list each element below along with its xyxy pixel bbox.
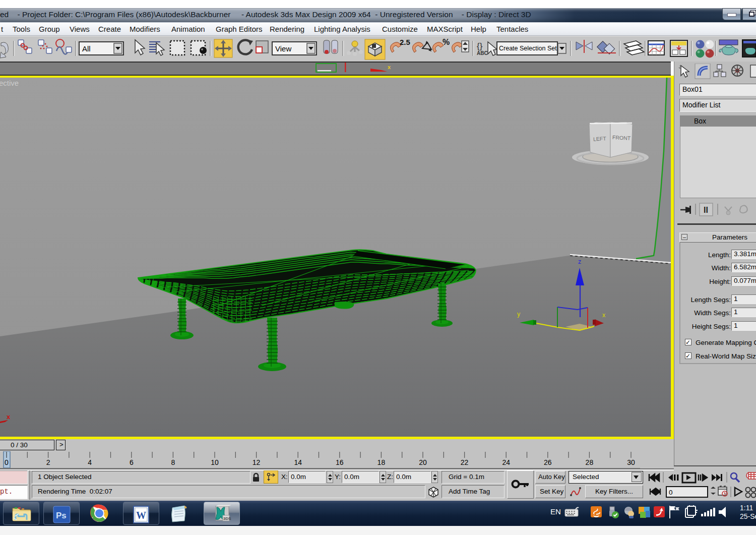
svg-text:10: 10	[211, 458, 219, 466]
svg-text:All: All	[82, 44, 91, 53]
svg-text:16: 16	[336, 458, 344, 466]
svg-text:6: 6	[130, 458, 134, 466]
svg-text:ABC: ABC	[477, 50, 488, 56]
svg-text:2.5: 2.5	[400, 38, 410, 46]
svg-text:z: z	[578, 258, 581, 265]
svg-text:24: 24	[502, 458, 510, 466]
svg-text:{}: {}	[477, 41, 483, 51]
svg-text:x: x	[602, 312, 606, 319]
svg-text:FRONT: FRONT	[612, 134, 631, 141]
svg-text:26: 26	[544, 458, 552, 466]
svg-text:20: 20	[419, 458, 427, 466]
svg-text:y: y	[517, 311, 521, 318]
svg-text:22: 22	[461, 458, 469, 466]
svg-text:14: 14	[294, 458, 302, 466]
svg-text:18: 18	[377, 458, 386, 466]
svg-text:Ps: Ps	[56, 511, 67, 520]
svg-text:LEFT: LEFT	[593, 135, 607, 142]
svg-text:Create Selection Set: Create Selection Set	[499, 45, 557, 52]
svg-text:%: %	[443, 38, 450, 46]
svg-text:x: x	[388, 64, 391, 70]
svg-text:8: 8	[171, 458, 175, 466]
svg-text:0: 0	[5, 458, 9, 466]
svg-text:II: II	[704, 206, 708, 214]
svg-text:2: 2	[46, 458, 50, 466]
svg-text:4: 4	[88, 458, 92, 466]
svg-text:28: 28	[586, 458, 594, 466]
svg-text:12: 12	[253, 458, 261, 466]
svg-text:x: x	[7, 413, 11, 421]
svg-text:30: 30	[627, 458, 635, 466]
svg-text:ective: ective	[0, 79, 19, 87]
svg-text:3DS: 3DS	[223, 516, 231, 521]
svg-text:View: View	[275, 44, 291, 53]
svg-text:W: W	[136, 510, 146, 521]
svg-text:0: 0	[669, 489, 673, 496]
